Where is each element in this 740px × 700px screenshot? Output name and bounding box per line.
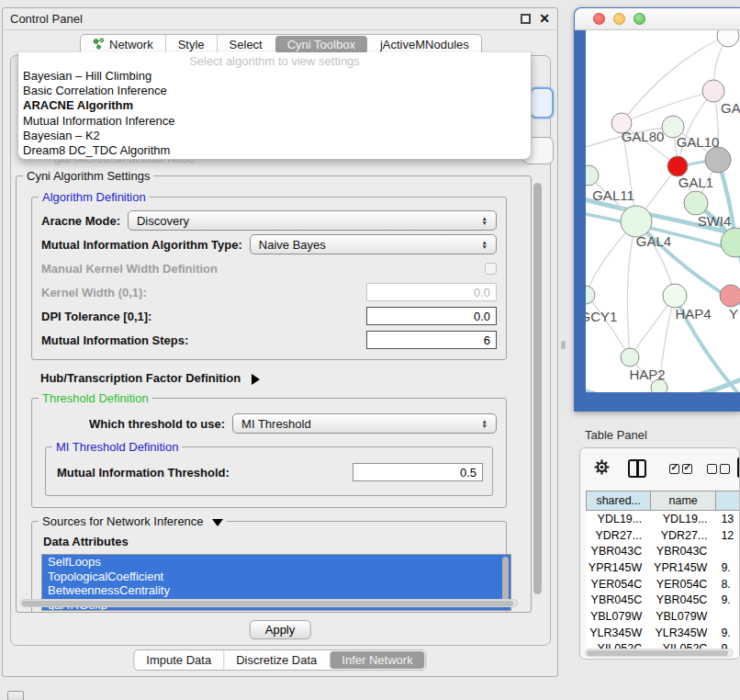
hub-definition-label: Hub/Transcription Factor Definition [40,371,241,385]
mi-type-row: Mutual Information Algorithm Type: Naive… [41,234,497,254]
table-panel-window: shared...name YDL19...YDL19...13YDR27...… [579,447,740,660]
algorithm-option-bayesian-k2[interactable]: Bayesian – K2 [18,129,531,143]
settings-horizontal-scrollbar[interactable] [20,599,518,607]
cyni-algorithm-settings-group: Cyni Algorithm Settings Algorithm Defini… [16,175,532,613]
table-row[interactable]: YDR27...YDR27...12 [586,527,740,544]
tab-infer-network[interactable]: Infer Network [330,651,424,669]
network-view-window[interactable]: GALGAL80GAL10GAL1GAL11SWI4GAL4GCY1HAP4YH… [574,7,740,412]
table-row[interactable]: YBR045CYBR045C9. [586,592,740,608]
network-node[interactable] [586,165,599,186]
bottom-tab-bar: Impute DataDiscretize DataInfer Network [133,649,426,671]
column-header-name[interactable]: name [651,491,715,510]
manual-kernel-checkbox[interactable] [485,263,497,275]
mi-threshold-input[interactable] [353,463,483,481]
hub-definition-expander[interactable]: Hub/Transcription Factor Definition [40,371,521,385]
table-row[interactable]: YPR145WYPR145W9. [586,559,740,576]
combo-stepper-icon [475,240,488,250]
attribute-item-betweennesscentrality[interactable]: BetweennessCentrality [42,583,510,598]
algorithm-option-dream8-dc-tdc-algorithm[interactable]: Dream8 DC_TDC Algorithm [18,143,531,158]
mi-type-combo[interactable]: Naive Bayes [250,234,497,254]
table-cell: YDL19... [586,513,651,525]
tab-label: Cyni Toolbox [287,38,355,51]
deselect-all-icon[interactable] [707,464,730,474]
table-header: shared...name [586,491,740,511]
network-node[interactable] [720,285,740,307]
table-cell: 9. [716,627,740,639]
network-window-titlebar[interactable] [575,8,740,30]
mac-minimize-button[interactable] [613,13,625,25]
network-node[interactable] [684,191,708,215]
checked-box-icon [669,464,679,474]
mac-close-button[interactable] [593,13,605,25]
tab-select[interactable]: Select [217,35,275,54]
network-canvas[interactable]: GALGAL80GAL10GAL1GAL11SWI4GAL4GCY1HAP4YH… [586,30,740,392]
algorithm-option-basic-correlation-inference[interactable]: Basic Correlation Inference [18,84,531,98]
network-node[interactable] [717,30,739,47]
tab-jactivemnodules[interactable]: jActiveMNodules [368,35,481,54]
attribute-item-topologicalcoefficient[interactable]: TopologicalCoefficient [42,570,510,584]
table-row[interactable]: YBL079WYBL079W [586,608,740,625]
algorithm-option-bayesian-hill-climbing[interactable]: Bayesian – Hill Climbing [18,69,531,84]
tab-impute-data[interactable]: Impute Data [134,650,223,670]
table-toolbar [580,454,739,485]
tab-cyni-toolbox[interactable]: Cyni Toolbox [275,36,367,53]
network-node[interactable] [621,206,652,237]
network-node[interactable] [702,80,724,102]
algorithm-definition-title: Algorithm Definition [39,190,150,204]
aracne-mode-combo[interactable]: Discovery [128,210,497,231]
mac-zoom-button[interactable] [633,13,645,25]
algorithm-dropdown[interactable]: Select algorithm to view settings Bayesi… [17,52,532,160]
tab-style[interactable]: Style [165,35,217,54]
settings-hscroll-thumb[interactable] [22,601,513,606]
table-cell: YDR27... [586,529,651,542]
column-header-clipped[interactable] [716,491,740,510]
kernel-width-input[interactable] [366,283,497,301]
dpi-tolerance-input[interactable] [366,307,497,325]
network-node[interactable] [667,156,688,176]
tab-network[interactable]: Network [81,35,165,54]
float-window-icon[interactable] [521,14,531,24]
table-cell: YPR145W [586,561,651,574]
which-threshold-combo[interactable]: MI Threshold [232,413,497,434]
algorithm-option-mutual-information-inference[interactable]: Mutual Information Inference [18,114,531,129]
table-hscroll-thumb[interactable] [587,650,728,656]
table-panel-title: Table Panel [585,428,647,442]
attribute-item-selfloops[interactable]: SelfLoops [42,555,510,570]
network-node[interactable] [586,286,595,304]
table-cell: 9. [716,561,740,574]
table-horizontal-scrollbar[interactable] [585,649,734,657]
data-attributes-label: Data Attributes [43,535,497,548]
columns-icon[interactable] [628,459,646,478]
unchecked-box-icon [707,464,717,474]
select-all-icon[interactable] [669,464,692,474]
algorithm-option-aracne-algorithm[interactable]: ARACNE Algorithm [18,98,531,113]
tab-discretize-data[interactable]: Discretize Data [223,650,329,670]
tab-label: jActiveMNodules [380,38,469,51]
tab-label: Select [230,38,263,51]
mi-steps-input[interactable] [366,331,497,349]
network-canvas-svg[interactable]: GALGAL80GAL10GAL1GAL11SWI4GAL4GCY1HAP4YH… [586,30,740,392]
network-node[interactable] [621,348,639,367]
panel-divider-grip[interactable] [561,341,566,349]
table-row[interactable]: YBR043CYBR043C [586,543,740,559]
mi-threshold-label: Mutual Information Threshold: [57,466,230,480]
close-window-icon[interactable]: ✕ [539,14,550,24]
table-cell: 9. [716,593,740,606]
which-threshold-row: Which threshold to use: MI Threshold [41,413,497,434]
column-header-shared[interactable]: shared... [587,491,651,510]
collapse-down-icon[interactable] [212,519,223,526]
table-row[interactable]: YLR345WYLR345W9. [586,625,740,641]
network-node[interactable] [663,284,687,308]
mi-threshold-row: Mutual Information Threshold: [57,462,483,482]
node-label-gal80: GAL80 [622,129,665,144]
table-row[interactable]: YDL19...YDL19...13 [586,511,740,527]
settings-vertical-scrollbar[interactable] [533,183,542,594]
aracne-mode-value: Discovery [137,214,189,228]
minimized-panel-chip[interactable] [7,691,24,700]
network-node[interactable] [705,147,731,173]
window-controls: ✕ [521,14,550,24]
gear-icon[interactable] [593,458,611,479]
aracne-mode-row: Aracne Mode: Discovery [41,210,497,231]
apply-button[interactable]: Apply [250,620,311,639]
table-row[interactable]: YER054CYER054C8. [586,576,740,593]
